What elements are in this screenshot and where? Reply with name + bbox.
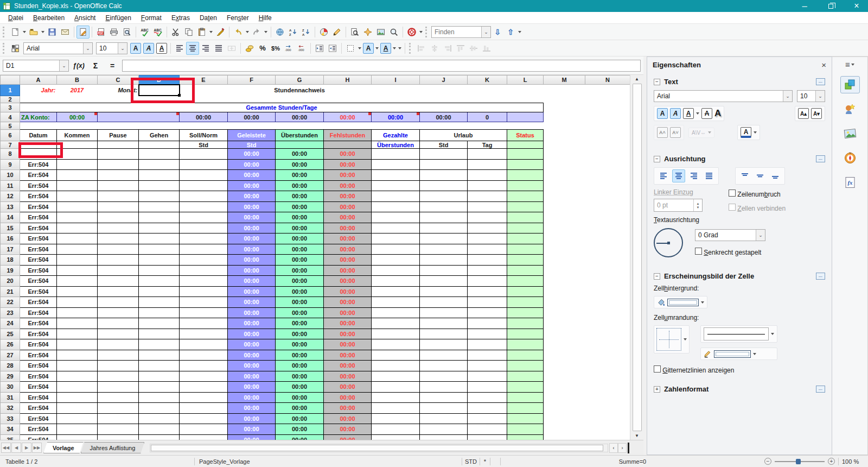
cell-M19[interactable]	[544, 265, 585, 276]
cell-A27[interactable]: Err:504	[20, 350, 57, 361]
cell-H25[interactable]: 00:00	[324, 329, 372, 339]
row-header-14[interactable]: 14	[1, 212, 20, 223]
cell-J6-K6[interactable]: Urlaub	[420, 130, 507, 141]
column-header-G[interactable]: G	[276, 75, 324, 85]
cell-E35[interactable]	[180, 434, 228, 440]
sheet-tab-jahres-auflistung[interactable]: Jahres Auflistung	[81, 442, 145, 453]
cell-F20[interactable]: 00:00	[228, 276, 276, 287]
cell-B13[interactable]	[57, 201, 98, 212]
spellcheck-button[interactable]: ABC	[138, 26, 151, 39]
split-handle[interactable]	[628, 443, 629, 453]
cell-N30[interactable]	[585, 382, 630, 393]
cell-E12[interactable]	[180, 191, 228, 202]
object-align-middle-button[interactable]	[467, 42, 480, 55]
row-header-15[interactable]: 15	[1, 223, 20, 234]
row-header-13[interactable]: 13	[1, 201, 20, 212]
cell-J7[interactable]: Std	[420, 141, 468, 149]
cell-E1[interactable]	[180, 85, 228, 96]
cell-N4[interactable]	[585, 112, 630, 122]
zoom-level[interactable]: 100 %	[842, 458, 868, 465]
cell-C24[interactable]	[98, 318, 139, 329]
cell-E11[interactable]	[180, 180, 228, 191]
cell-G15[interactable]: 00:00	[276, 223, 324, 234]
cell-M8[interactable]	[544, 149, 585, 160]
cell-L19[interactable]	[507, 265, 544, 276]
cell-A23[interactable]: Err:504	[20, 307, 57, 318]
cell-N22[interactable]	[585, 297, 630, 308]
cell-N28[interactable]	[585, 361, 630, 371]
cell-I11[interactable]	[372, 180, 420, 191]
cell-K8[interactable]	[468, 149, 507, 160]
sidebar-font-size-combo[interactable]: 10 ⌄	[797, 90, 825, 102]
cell-G9[interactable]: 00:00	[276, 159, 324, 170]
borders-button[interactable]	[344, 42, 357, 55]
sidebar-align-center-button[interactable]	[672, 169, 685, 182]
cell-L6[interactable]: Status	[507, 130, 544, 141]
find-previous-button[interactable]: ⇧	[504, 26, 517, 39]
indent-spinner[interactable]: 0 pt ▲▼	[654, 199, 703, 212]
cell-H32[interactable]: 00:00	[324, 403, 372, 414]
cell-G34[interactable]: 00:00	[276, 424, 324, 435]
cell-J25[interactable]	[420, 329, 468, 339]
cell-J30[interactable]	[420, 382, 468, 393]
cell-E25[interactable]	[180, 329, 228, 339]
column-header-H[interactable]: H	[324, 75, 372, 85]
cell-B27[interactable]	[57, 350, 98, 361]
new-document-button[interactable]	[9, 26, 22, 39]
align-bottom-button[interactable]	[769, 169, 782, 182]
cell-H34[interactable]: 00:00	[324, 424, 372, 435]
find-toolbar-overflow[interactable]	[517, 26, 522, 39]
cell-K28[interactable]	[468, 361, 507, 371]
cell-border-button[interactable]	[654, 325, 690, 354]
formatting-toolbar-grip[interactable]	[3, 43, 7, 54]
cell-E9[interactable]	[180, 159, 228, 170]
cell-L33[interactable]	[507, 413, 544, 424]
justify-button[interactable]	[212, 42, 225, 55]
cell-L11[interactable]	[507, 180, 544, 191]
cell-E20[interactable]	[180, 276, 228, 287]
cell-A33[interactable]: Err:504	[20, 413, 57, 424]
menu-fenster[interactable]: Fenster	[222, 13, 254, 23]
cell-M26[interactable]	[544, 339, 585, 350]
cell-N24[interactable]	[585, 318, 630, 329]
show-gridlines-checkbox[interactable]	[654, 365, 661, 373]
name-box-dropdown[interactable]: ⌄	[59, 60, 68, 71]
cell-A18[interactable]: Err:504	[20, 255, 57, 266]
cell-F10[interactable]: 00:00	[228, 170, 276, 181]
sidebar-close-icon[interactable]: ×	[821, 60, 826, 70]
menu-datei[interactable]: Datei	[3, 13, 28, 23]
cell-K24[interactable]	[468, 318, 507, 329]
cell-N21[interactable]	[585, 286, 630, 297]
cell-E8[interactable]	[180, 149, 228, 160]
number-format-dialog-launcher-icon[interactable]: ···	[816, 386, 825, 393]
cell-G19[interactable]: 00:00	[276, 265, 324, 276]
redo-button[interactable]	[250, 26, 263, 39]
cell-F32[interactable]: 00:00	[228, 403, 276, 414]
cell-background-button[interactable]	[654, 296, 707, 308]
find-next-button[interactable]: ⇩	[491, 26, 504, 39]
cell-C18[interactable]	[98, 255, 139, 266]
cell-K32[interactable]	[468, 403, 507, 414]
cell-H11[interactable]: 00:00	[324, 180, 372, 191]
cell-H23[interactable]: 00:00	[324, 307, 372, 318]
cell-H6[interactable]: Fehlstunden	[324, 130, 372, 141]
cell-M33[interactable]	[544, 413, 585, 424]
cell-D20[interactable]	[139, 276, 180, 287]
cell-J10[interactable]	[420, 170, 468, 181]
orientation-dial[interactable]	[654, 228, 683, 257]
sidebar-tab-gallery[interactable]	[840, 125, 860, 142]
cell-I28[interactable]	[372, 361, 420, 371]
cell-E4[interactable]: 00:00	[180, 112, 228, 122]
cell-N20[interactable]	[585, 276, 630, 287]
cell-F12[interactable]: 00:00	[228, 191, 276, 202]
cell-D23[interactable]	[139, 307, 180, 318]
cell-A11[interactable]: Err:504	[20, 180, 57, 191]
cell-C19[interactable]	[98, 265, 139, 276]
cell-G25[interactable]: 00:00	[276, 329, 324, 339]
cell-K19[interactable]	[468, 265, 507, 276]
cell-B8[interactable]	[57, 149, 98, 160]
cell-G31[interactable]: 00:00	[276, 392, 324, 403]
cell-C15[interactable]	[98, 223, 139, 234]
decrease-indent-button[interactable]	[313, 42, 326, 55]
cell-C13[interactable]	[98, 201, 139, 212]
